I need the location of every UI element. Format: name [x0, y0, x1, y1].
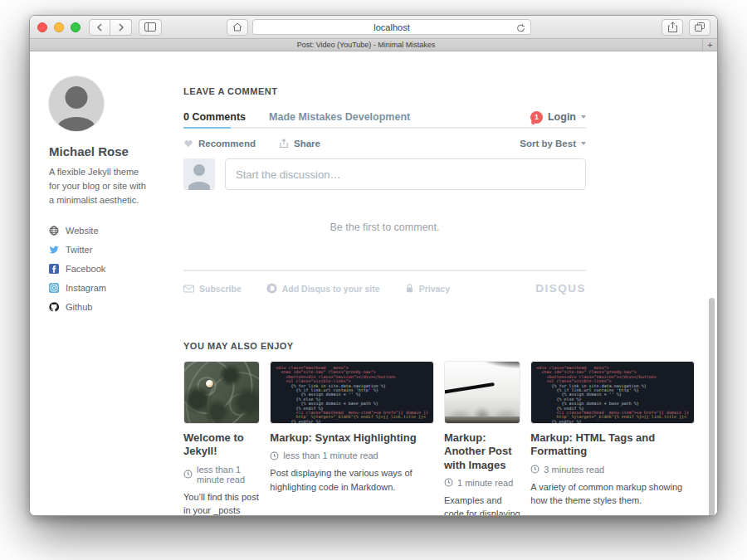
recommend-button[interactable]: Recommend: [183, 139, 256, 149]
related-heading: YOU MAY ALSO ENJOY: [183, 341, 695, 351]
heart-icon: [183, 139, 193, 149]
recommend-label: Recommend: [198, 139, 256, 149]
sidebar-link-website[interactable]: Website: [49, 226, 165, 236]
post-thumbnail[interactable]: <div class="masthead __menu"> <nav id="s…: [270, 361, 434, 424]
twitter-icon: [49, 245, 59, 255]
scrollbar-thumb[interactable]: [709, 298, 715, 516]
post-read-time: 3 minutes read: [530, 465, 695, 475]
clock-icon: [183, 470, 193, 479]
related-posts-section: YOU MAY ALSO ENJOY Welcome to Jekyll!les…: [183, 341, 695, 516]
post-thumbnail[interactable]: <div class="masthead __menu"> <nav id="s…: [530, 361, 695, 424]
related-post-card[interactable]: Markup: Another Post with Images1 minute…: [444, 361, 520, 516]
sidebar-toggle-button[interactable]: [139, 19, 162, 36]
post-thumbnail[interactable]: [444, 361, 520, 424]
subscribe-link[interactable]: Subscribe: [183, 284, 242, 294]
sort-label: Sort by Best: [520, 139, 576, 149]
post-excerpt: Post displaying the various ways of high…: [270, 466, 434, 494]
author-name: Michael Rose: [49, 144, 165, 158]
comment-composer: [183, 158, 586, 190]
chevron-left-icon: [96, 23, 103, 32]
post-title[interactable]: Welcome to Jekyll!: [183, 431, 260, 459]
instagram-icon: [49, 283, 59, 293]
tabs-icon: [695, 22, 705, 32]
tab-community[interactable]: Made Mistakes Development: [269, 111, 410, 123]
sidebar-link-instagram[interactable]: Instagram: [49, 283, 165, 293]
caret-down-icon: [581, 142, 586, 145]
related-grid: Welcome to Jekyll!less than 1 minute rea…: [183, 361, 695, 516]
clock-icon: [444, 478, 453, 487]
notification-badge[interactable]: 1: [530, 111, 543, 124]
address-bar[interactable]: localhost: [252, 19, 531, 35]
new-tab-button[interactable]: +: [702, 39, 717, 51]
sort-menu[interactable]: Sort by Best: [520, 139, 586, 149]
post-thumbnail[interactable]: [183, 361, 260, 424]
reload-button[interactable]: [516, 22, 525, 37]
minimize-window-button[interactable]: [54, 22, 64, 32]
login-menu[interactable]: 1 Login: [530, 111, 586, 124]
back-button[interactable]: [89, 19, 110, 36]
tab-comments[interactable]: 0 Comments: [183, 111, 246, 123]
tab-bar: Post: Video (YouTube) - Minimal Mistakes…: [30, 39, 717, 51]
share-arrow-icon: [279, 139, 289, 149]
disqus-actions: Recommend Share Sort by Best: [183, 136, 586, 151]
close-window-button[interactable]: [37, 22, 47, 32]
author-links: WebsiteTwitterFacebookInstagramGithub: [49, 226, 165, 312]
url-text: localhost: [374, 22, 409, 32]
add-disqus-link[interactable]: Add Disqus to your site: [266, 283, 380, 294]
browser-titlebar[interactable]: localhost: [30, 16, 717, 39]
disqus-embed: 0 Comments Made Mistakes Development 1 L…: [183, 107, 586, 295]
history-buttons: [89, 19, 132, 36]
sidebar-link-github[interactable]: Github: [49, 302, 165, 312]
home-icon: [232, 22, 242, 32]
privacy-label: Privacy: [419, 284, 450, 294]
home-button[interactable]: [227, 19, 248, 36]
post-title[interactable]: Markup: Another Post with Images: [444, 431, 520, 472]
share-comments-button[interactable]: Share: [279, 139, 320, 149]
code-screenshot: <div class="masthead __menu"> <nav id="s…: [531, 362, 694, 423]
pearl-highlight: [206, 380, 213, 387]
sidebar-link-twitter[interactable]: Twitter: [49, 245, 165, 255]
comment-input[interactable]: [225, 158, 586, 190]
privacy-link[interactable]: Privacy: [405, 283, 450, 294]
post-excerpt: A variety of common markup showing how t…: [530, 480, 695, 508]
disqus-tabs: 0 Comments Made Mistakes Development 1 L…: [183, 107, 586, 129]
website-icon: [49, 226, 59, 236]
clock-icon: [530, 465, 540, 474]
comments-heading: LEAVE A COMMENT: [183, 86, 695, 96]
share-button[interactable]: [662, 19, 683, 36]
post-read-time: 1 minute read: [444, 478, 520, 488]
disqus-logo[interactable]: DISQUS: [535, 282, 586, 295]
post-title[interactable]: Markup: HTML Tags and Formatting: [530, 431, 695, 459]
disqus-d-icon: [266, 283, 277, 294]
lock-icon: [405, 283, 414, 294]
add-disqus-label: Add Disqus to your site: [282, 284, 380, 294]
sidebar-link-label: Website: [66, 226, 99, 236]
chevron-right-icon: [118, 23, 124, 32]
envelope-icon: [183, 285, 194, 293]
subscribe-label: Subscribe: [199, 284, 242, 294]
author-sidebar: Michael Rose A flexible Jekyll theme for…: [49, 76, 165, 321]
zoom-window-button[interactable]: [71, 22, 81, 32]
guest-avatar: [183, 158, 215, 190]
related-post-card[interactable]: Welcome to Jekyll!less than 1 minute rea…: [183, 361, 260, 516]
empty-comments-message: Be the first to comment.: [183, 222, 586, 233]
active-tab[interactable]: Post: Video (YouTube) - Minimal Mistakes: [30, 39, 702, 51]
code-screenshot: <div class="masthead __menu"> <nav id="s…: [271, 362, 433, 423]
related-post-card[interactable]: <div class="masthead __menu"> <nav id="s…: [530, 361, 695, 516]
disqus-footer: Subscribe Add Disqus to your site Privac…: [183, 270, 586, 295]
caret-down-icon: [581, 115, 586, 119]
post-title[interactable]: Markup: Syntax Highlighting: [270, 431, 434, 445]
forward-button[interactable]: [110, 19, 132, 36]
sidebar-link-label: Instagram: [66, 283, 106, 293]
post-excerpt: Examples and code for displaying images …: [444, 494, 520, 516]
tab-overview-button[interactable]: [689, 19, 710, 36]
sidebar-link-facebook[interactable]: Facebook: [49, 264, 165, 274]
share-icon: [668, 22, 677, 32]
github-icon: [49, 302, 59, 312]
window-controls: [37, 22, 81, 32]
related-post-card[interactable]: <div class="masthead __menu"> <nav id="s…: [270, 361, 434, 516]
browser-window: localhost Post: Video (YouTube) - Minima…: [29, 15, 718, 516]
active-tab-underline: [183, 127, 231, 129]
sidebar-link-label: Facebook: [66, 264, 105, 274]
desktop: localhost Post: Video (YouTube) - Minima…: [0, 0, 747, 560]
